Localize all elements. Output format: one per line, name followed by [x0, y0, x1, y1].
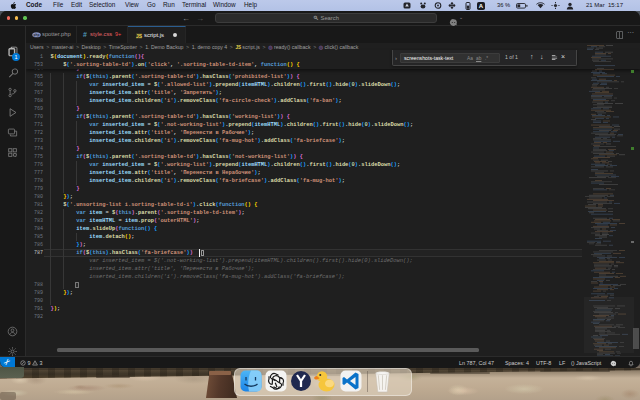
- svg-text:php: php: [33, 33, 39, 37]
- svg-text:A: A: [479, 3, 484, 9]
